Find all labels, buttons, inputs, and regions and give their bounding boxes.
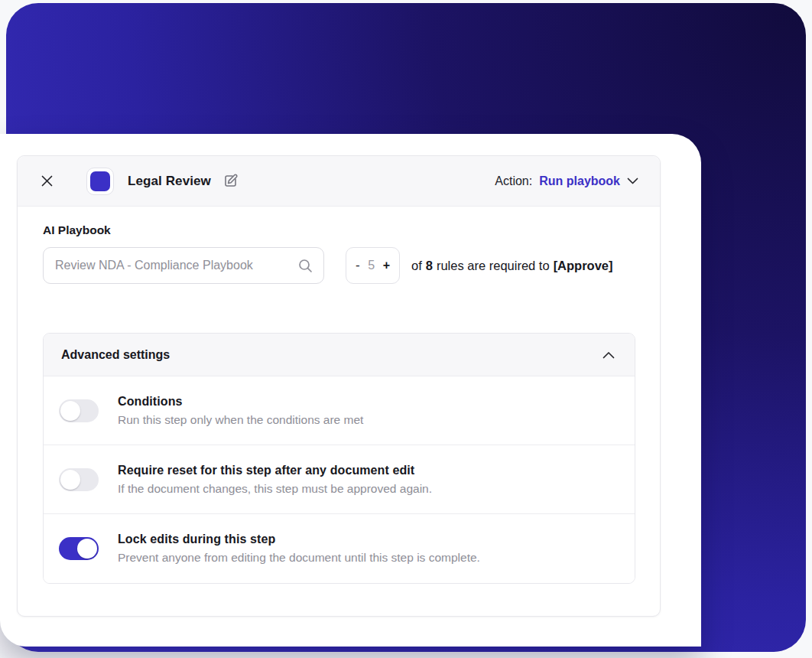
toggle-knob (60, 470, 80, 490)
rules-text-count: 8 (426, 259, 433, 273)
action-group: Action: Run playbook (495, 174, 638, 188)
rules-text-body: rules are required to (437, 259, 550, 273)
chevron-down-icon (627, 178, 638, 184)
conditions-toggle[interactable] (59, 399, 99, 422)
chevron-up-icon (603, 351, 615, 359)
setting-title: Require reset for this step after any do… (118, 464, 432, 477)
setting-text: Conditions Run this step only when the c… (118, 395, 363, 427)
setting-row-conditions: Conditions Run this step only when the c… (44, 376, 635, 445)
playbook-controls-row: Review NDA - Compliance Playbook - 5 + o… (43, 247, 635, 284)
playbook-select-input[interactable]: Review NDA - Compliance Playbook (43, 247, 324, 284)
step-color-swatch-icon (90, 171, 110, 191)
require-reset-toggle[interactable] (59, 468, 99, 491)
stepper-decrement-button[interactable]: - (356, 258, 360, 273)
playbook-label: AI Playbook (43, 223, 635, 237)
setting-text: Lock edits during this step Prevent anyo… (118, 533, 480, 565)
step-color-tile (86, 168, 114, 195)
step-title: Legal Review (128, 174, 211, 189)
advanced-settings-title: Advanced settings (61, 348, 170, 362)
title-group: Legal Review (86, 168, 239, 195)
search-icon (298, 259, 313, 273)
setting-text: Require reset for this step after any do… (118, 464, 432, 496)
setting-description: Run this step only when the conditions a… (118, 413, 363, 427)
lock-edits-toggle[interactable] (59, 537, 99, 560)
action-label: Action: (495, 174, 532, 188)
toggle-knob (60, 401, 80, 421)
stepper-value: 5 (368, 259, 375, 272)
edit-pencil-icon (222, 173, 239, 189)
setting-row-require-reset: Require reset for this step after any do… (44, 445, 635, 514)
rules-text-of: of (411, 259, 422, 273)
setting-description: Prevent anyone from editing the document… (118, 551, 480, 565)
rules-required-text: of 8 rules are required to [Approve] (411, 259, 613, 273)
advanced-settings-header[interactable]: Advanced settings (44, 334, 635, 376)
advanced-settings-section: Advanced settings Conditions Run this st… (43, 333, 635, 584)
card-body: AI Playbook Review NDA - Compliance Play… (18, 207, 660, 616)
stepper-increment-button[interactable]: + (383, 259, 390, 272)
action-value: Run playbook (539, 174, 620, 188)
setting-description: If the document changes, this step must … (118, 482, 432, 496)
close-icon (41, 174, 54, 187)
close-button[interactable] (37, 172, 56, 191)
setting-row-lock-edits: Lock edits during this step Prevent anyo… (44, 514, 635, 583)
edit-title-button[interactable] (222, 173, 239, 189)
collapse-button[interactable] (603, 351, 615, 359)
setting-title: Lock edits during this step (118, 533, 480, 546)
card-header: Legal Review Action: Run playbook (18, 156, 660, 207)
rules-count-stepper: - 5 + (346, 247, 400, 284)
rules-text-target: [Approve] (554, 259, 613, 273)
action-select[interactable]: Run playbook (539, 174, 638, 188)
step-editor-card: Legal Review Action: Run playbook (17, 155, 661, 617)
playbook-input-value: Review NDA - Compliance Playbook (55, 259, 253, 272)
setting-title: Conditions (118, 395, 363, 409)
toggle-knob (77, 539, 97, 559)
content-sheet: Legal Review Action: Run playbook (0, 134, 701, 647)
